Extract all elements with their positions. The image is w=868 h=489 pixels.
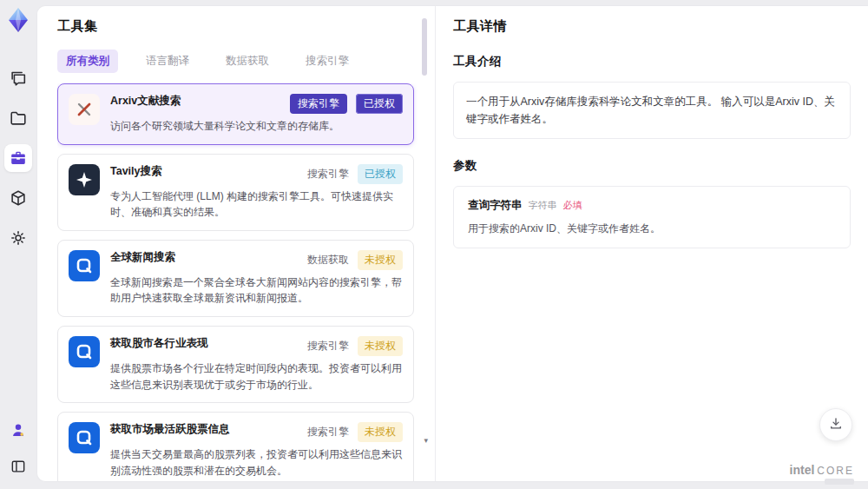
param-head: 查询字符串 字符串 必填: [468, 198, 836, 213]
tool-logo-icon: [69, 94, 100, 125]
tool-name: 获取市场最活跃股票信息: [110, 422, 230, 436]
category-tab-3[interactable]: 搜索引擎: [297, 50, 358, 73]
tool-description: 提供股票市场各个行业在特定时间段内的表现。投资者可以利用这些信息来识别表现优于或…: [110, 360, 403, 393]
main-content: 工具集 所有类别语言翻译数据获取搜索引擎 Arxiv文献搜索 搜索引擎 已授权 …: [36, 5, 868, 482]
tool-category-badge: 搜索引擎: [307, 167, 349, 182]
sidebar-item-user[interactable]: [4, 416, 32, 444]
user-icon: [9, 420, 28, 439]
sidebar-item-collapse[interactable]: [4, 453, 32, 480]
params-heading: 参数: [453, 158, 851, 174]
intro-heading: 工具介绍: [453, 54, 851, 69]
category-tab-2[interactable]: 数据获取: [217, 50, 278, 73]
tool-name: 全球新闻搜索: [110, 250, 175, 264]
tool-status-badge: 未授权: [358, 422, 403, 442]
gear-icon: [9, 228, 28, 248]
list-scrollbar[interactable]: ▾: [421, 18, 428, 476]
tool-category-badge: 搜索引擎: [307, 425, 349, 439]
tool-name: Arxiv文献搜索: [110, 94, 181, 108]
tool-category-badge: 数据获取: [307, 253, 349, 268]
intel-logo-sub-mark: [825, 479, 854, 485]
param-type: 字符串: [529, 199, 557, 212]
app-logo-icon: [6, 7, 30, 33]
tool-detail-panel: 工具详情 工具介绍 一个用于从Arxiv存储库搜索科学论文和文章的工具。 输入可…: [435, 6, 868, 481]
scroll-down-icon[interactable]: ▾: [424, 437, 428, 445]
scrollbar-thumb[interactable]: [422, 18, 427, 76]
tool-description: 提供当天交易量最高的股票列表，投资者可以利用这些信息来识别流动性强的股票和潜在的…: [110, 446, 403, 479]
folder-icon: [9, 109, 28, 128]
tool-status-badge: 已授权: [356, 94, 403, 114]
sidebar-item-files[interactable]: [4, 104, 32, 132]
tool-card[interactable]: 全球新闻搜索 数据获取 未授权 全球新闻搜索是一个聚合全球各大新闻网站内容的搜索…: [57, 240, 414, 317]
tool-category-badge: 搜索引擎: [290, 94, 347, 114]
tool-name: 获取股市各行业表现: [110, 336, 208, 350]
param-required-badge: 必填: [563, 199, 582, 212]
sidebar-item-tools[interactable]: [4, 144, 32, 172]
intro-text: 一个用于从Arxiv存储库搜索科学论文和文章的工具。 输入可以是Arxiv ID…: [466, 96, 835, 125]
tool-logo-icon: [69, 336, 100, 367]
briefcase-icon: [9, 149, 28, 168]
tool-logo-icon: [69, 422, 100, 453]
panel-icon: [10, 458, 27, 475]
cube-icon: [9, 188, 28, 208]
tool-card[interactable]: 获取市场最活跃股票信息 搜索引擎 未授权 提供当天交易量最高的股票列表，投资者可…: [57, 412, 414, 482]
tool-status-badge: 已授权: [358, 164, 403, 184]
intel-core-logo: intel CORE: [790, 463, 854, 477]
tool-description: 专为人工智能代理 (LLM) 构建的搜索引擎工具。可快速提供实时、准确和真实的结…: [110, 188, 403, 221]
toolset-panel: 工具集 所有类别语言翻译数据获取搜索引擎 Arxiv文献搜索 搜索引擎 已授权 …: [37, 6, 435, 481]
tool-logo-icon: [69, 164, 100, 195]
page-title: 工具集: [57, 18, 430, 35]
sidebar-item-chat[interactable]: [4, 64, 32, 92]
intro-box: 一个用于从Arxiv存储库搜索科学论文和文章的工具。 输入可以是Arxiv ID…: [453, 82, 851, 139]
sidebar-item-settings[interactable]: [4, 224, 32, 252]
tool-card[interactable]: Tavily搜索 搜索引擎 已授权 专为人工智能代理 (LLM) 构建的搜索引擎…: [57, 154, 414, 231]
category-tabs: 所有类别语言翻译数据获取搜索引擎: [57, 50, 430, 73]
download-button[interactable]: [819, 408, 852, 441]
detail-title: 工具详情: [453, 18, 851, 35]
sidebar-nav: [4, 64, 32, 252]
sidebar-bottom: [4, 416, 32, 480]
tool-logo-icon: [69, 250, 100, 281]
app-root: 工具集 所有类别语言翻译数据获取搜索引擎 Arxiv文献搜索 搜索引擎 已授权 …: [0, 0, 868, 489]
intel-logo-text: intel: [790, 463, 815, 477]
tool-status-badge: 未授权: [358, 336, 403, 356]
tool-status-badge: 未授权: [358, 250, 403, 270]
tool-card[interactable]: Arxiv文献搜索 搜索引擎 已授权 访问各个研究领域大量科学论文和文章的存储库…: [57, 83, 414, 145]
tool-list: Arxiv文献搜索 搜索引擎 已授权 访问各个研究领域大量科学论文和文章的存储库…: [57, 83, 430, 482]
sidebar: [0, 0, 36, 489]
param-card: 查询字符串 字符串 必填 用于搜索的Arxiv ID、关键字或作者姓名。: [453, 186, 851, 248]
tool-name: Tavily搜索: [110, 164, 162, 178]
tool-category-badge: 搜索引擎: [307, 339, 349, 354]
param-name: 查询字符串: [468, 198, 523, 213]
tool-card[interactable]: 获取股市各行业表现 搜索引擎 未授权 提供股票市场各个行业在特定时间段内的表现。…: [57, 326, 414, 403]
tool-description: 全球新闻搜索是一个聚合全球各大新闻网站内容的搜索引擎，帮助用户快速获取全球最新资…: [110, 274, 403, 307]
core-logo-text: CORE: [817, 465, 854, 477]
download-icon: [828, 416, 844, 434]
chat-icon: [9, 69, 28, 88]
param-desc: 用于搜索的Arxiv ID、关键字或作者姓名。: [468, 221, 836, 236]
tool-description: 访问各个研究领域大量科学论文和文章的存储库。: [110, 118, 403, 135]
category-tab-1[interactable]: 语言翻译: [137, 50, 198, 73]
sidebar-item-models[interactable]: [4, 184, 32, 212]
category-tab-0[interactable]: 所有类别: [57, 50, 118, 73]
